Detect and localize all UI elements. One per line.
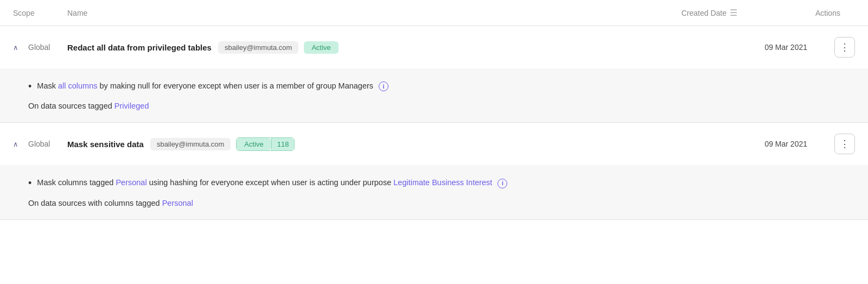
header-created-date: Created Date ☰ — [681, 8, 801, 18]
detail-text-2: Mask columns tagged Personal using hashi… — [37, 177, 507, 189]
header-scope: Scope — [13, 9, 67, 17]
chevron-up-icon-2[interactable]: ∧ — [13, 140, 24, 148]
chevron-up-icon-1[interactable]: ∧ — [13, 43, 24, 52]
row-main-2: ∧ Global Mask sensitive data sbailey@imm… — [0, 123, 868, 165]
status-badge-1: Active — [304, 41, 338, 54]
row-content-1: Redact all data from privileged tables s… — [67, 41, 726, 54]
policy-name-1: Redact all data from privileged tables — [67, 43, 212, 52]
all-columns-link[interactable]: all columns — [58, 81, 98, 90]
count-badge-2: 118 — [271, 138, 295, 150]
bullet-dot-2: • — [28, 177, 31, 190]
email-badge-1: sbailey@immuta.com — [218, 41, 298, 54]
info-icon-1[interactable]: i — [379, 81, 388, 91]
row-content-2: Mask sensitive data sbailey@immuta.com A… — [67, 137, 726, 151]
detail-source-1: On data sources tagged Privileged — [28, 102, 848, 110]
policy-row-2: ∧ Global Mask sensitive data sbailey@imm… — [0, 123, 868, 219]
status-count-group-2: Active 118 — [236, 137, 295, 151]
detail-bullet-1: • Mask all columns by making null for ev… — [28, 80, 848, 93]
header-name: Name — [67, 9, 681, 17]
actions-button-1[interactable]: ⋮ — [834, 37, 855, 58]
scope-1: Global — [28, 43, 67, 52]
scope-2: Global — [28, 140, 67, 148]
policy-row-1: ∧ Global Redact all data from privileged… — [0, 26, 868, 123]
status-badge-2: Active — [237, 138, 271, 150]
legitimate-business-interest-link[interactable]: Legitimate Business Interest — [393, 178, 492, 187]
detail-bullet-2: • Mask columns tagged Personal using has… — [28, 177, 848, 190]
row-detail-1: • Mask all columns by making null for ev… — [0, 68, 868, 122]
created-date-1: 09 Mar 2021 — [726, 43, 824, 52]
policy-table: Scope Name Created Date ☰ Actions ∧ Glob… — [0, 0, 868, 284]
actions-button-2[interactable]: ⋮ — [834, 134, 855, 154]
bullet-dot-1: • — [28, 80, 31, 93]
row-main-1: ∧ Global Redact all data from privileged… — [0, 26, 868, 68]
created-date-2: 09 Mar 2021 — [726, 140, 824, 148]
privileged-link[interactable]: Privileged — [114, 102, 149, 110]
personal-link-2[interactable]: Personal — [162, 199, 193, 207]
row-detail-2: • Mask columns tagged Personal using has… — [0, 165, 868, 219]
detail-source-2: On data sources with columns tagged Pers… — [28, 199, 848, 207]
sort-icon[interactable]: ☰ — [730, 8, 737, 18]
header-actions: Actions — [801, 9, 855, 17]
email-badge-2: sbailey@immuta.com — [150, 138, 231, 150]
detail-text-1: Mask all columns by making null for ever… — [37, 80, 388, 92]
table-header: Scope Name Created Date ☰ Actions — [0, 0, 868, 26]
personal-link-1[interactable]: Personal — [116, 178, 146, 187]
policy-name-2: Mask sensitive data — [67, 140, 144, 149]
info-icon-2[interactable]: i — [497, 179, 507, 188]
